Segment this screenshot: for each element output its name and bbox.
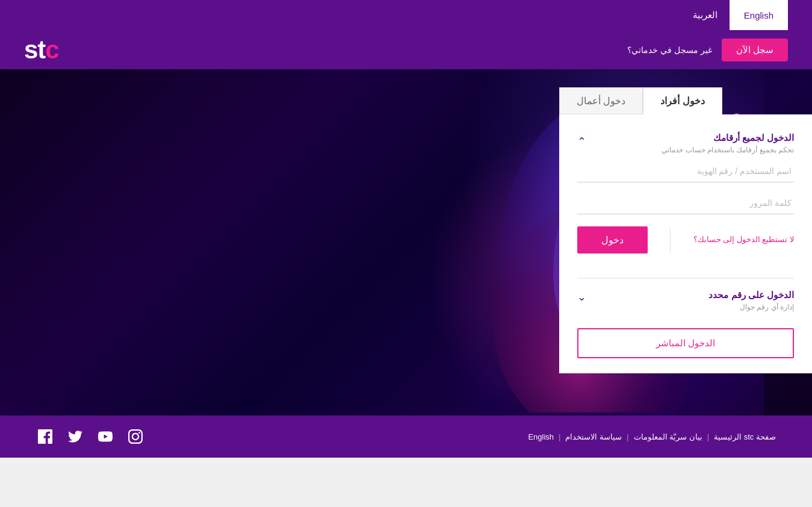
accordion-header-2: الدخول على رقم محدد إدارة أي رقم جوال ⌃ [577, 290, 794, 311]
accordion-subtitle-1: تحكم بجميع أرقامك باستخدام حساب خدماتي [662, 146, 794, 154]
logo-area: stc [24, 37, 59, 63]
tab-business[interactable]: دخول أعمال [559, 87, 643, 114]
separator-3: | [559, 432, 560, 441]
tab-individuals[interactable]: دخول أفراد [643, 87, 722, 114]
login-button[interactable]: دخول [577, 226, 648, 254]
login-tabs: دخول أعمال دخول أفراد [559, 87, 812, 114]
accordion-chevron-1[interactable]: ⌃ [577, 135, 586, 148]
lang-arabic[interactable]: العربية [681, 0, 730, 30]
youtube-icon[interactable] [96, 428, 114, 446]
stc-logo: stc [24, 37, 59, 63]
login-row: لا تستطيع الدخول إلى حسابك؟ دخول [577, 226, 794, 254]
twitter-icon[interactable] [66, 428, 84, 446]
accordion-title-area-1: الدخول لجميع أرقامك تحكم بجميع أرقامك با… [662, 132, 794, 154]
footer-link-usage[interactable]: سياسة الاستخدام [565, 432, 622, 441]
register-area: سجل الآن غير مسجل في خدماتي؟ [627, 39, 788, 61]
top-header: سجل الآن غير مسجل في خدماتي؟ stc [0, 30, 812, 69]
instagram-icon[interactable] [126, 428, 144, 446]
accordion-subtitle-2: إدارة أي رقم جوال [708, 303, 794, 311]
main-content: دخول أعمال دخول أفراد الدخول لجميع أرقام… [0, 69, 812, 415]
accordion-header-1: الدخول لجميع أرقامك تحكم بجميع أرقامك با… [577, 132, 794, 154]
language-bar: English العربية [0, 0, 812, 30]
password-field [577, 192, 794, 214]
accordion-main-title-2: الدخول على رقم محدد [708, 290, 794, 300]
accordion-main-title-1: الدخول لجميع أرقامك [662, 132, 794, 143]
lang-english[interactable]: English [730, 0, 788, 30]
register-button[interactable]: سجل الآن [722, 39, 788, 61]
footer-link-privacy[interactable]: بيان سريّة المعلومات [634, 432, 702, 441]
not-registered-text: غير مسجل في خدماتي؟ [627, 45, 712, 55]
login-container: دخول أعمال دخول أفراد الدخول لجميع أرقام… [559, 87, 812, 373]
accordion-all-numbers: الدخول لجميع أرقامك تحكم بجميع أرقامك با… [577, 132, 794, 278]
username-field [577, 160, 794, 182]
accordion-title-area-2: الدخول على رقم محدد إدارة أي رقم جوال [708, 290, 794, 311]
footer-links: صفحة stc الرئيسية | بيان سريّة المعلومات… [528, 432, 776, 441]
footer-link-english[interactable]: English [528, 432, 554, 441]
username-input[interactable] [577, 160, 794, 182]
accordion-specific-number: الدخول على رقم محدد إدارة أي رقم جوال ⌃ [577, 278, 794, 322]
separator-1: | [707, 432, 709, 441]
password-input[interactable] [577, 192, 794, 214]
facebook-icon[interactable] [36, 428, 54, 446]
separator-2: | [627, 432, 628, 441]
divider [670, 228, 671, 252]
direct-login-button[interactable]: الدخول المباشر [577, 328, 794, 358]
footer: صفحة stc الرئيسية | بيان سريّة المعلومات… [0, 415, 812, 458]
forgot-password-link[interactable]: لا تستطيع الدخول إلى حسابك؟ [693, 234, 794, 245]
accordion-chevron-2[interactable]: ⌃ [577, 290, 586, 303]
form-card: الدخول لجميع أرقامك تحكم بجميع أرقامك با… [559, 114, 812, 373]
social-icons [36, 428, 144, 446]
footer-link-home[interactable]: صفحة stc الرئيسية [714, 432, 776, 441]
